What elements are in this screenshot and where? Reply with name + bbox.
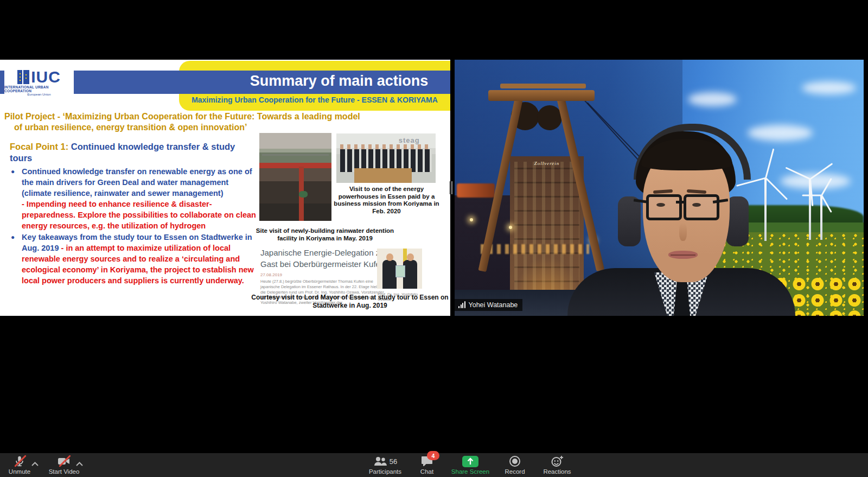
split-drag-handle[interactable] <box>448 180 454 196</box>
bullet-list: Continued knowledge transfer on renewabl… <box>10 166 258 287</box>
pilot-project-heading: Pilot Project - ‘Maximizing Urban Cooper… <box>4 112 449 132</box>
article-date: 27.08.2019 <box>260 272 282 277</box>
slide-title: Summary of main actions <box>233 73 445 92</box>
chat-unread-badge: 4 <box>427 451 439 460</box>
headphone-earcup-left <box>618 196 641 246</box>
video-options-chevron[interactable] <box>76 459 83 468</box>
logo-subtitle-2: European Union <box>27 93 50 96</box>
camera-off-icon <box>58 455 71 468</box>
mouth <box>668 251 698 259</box>
video-tile: Zollverein Yohei Watanabe <box>455 60 864 316</box>
bullet-item-2: Key takeaways from the study tour to Ess… <box>10 232 258 286</box>
photo-wall-logo: steag <box>399 136 420 144</box>
caption-courtesy-visit: Courtesy visit to Lord Mayor of Essen at… <box>247 294 450 310</box>
participants-button[interactable]: 56 Participants <box>358 455 412 475</box>
logo-acronym: IUC <box>31 70 61 84</box>
microphone-muted-icon <box>14 455 25 468</box>
focal-point-label: Focal Point 1: <box>10 142 68 151</box>
slide-subtitle: Maximizing Urban Cooperation for the Fut… <box>179 96 450 104</box>
record-icon <box>509 455 521 468</box>
participant-name: Yohei Watanabe <box>469 301 518 309</box>
chat-icon: 4 <box>421 455 433 468</box>
participant-name-label: Yohei Watanabe <box>455 299 522 311</box>
glasses-lens-left <box>646 194 682 220</box>
photo-site-visit <box>259 133 331 221</box>
bullet1-blue-text: Continued knowledge transfer on renewabl… <box>22 167 252 198</box>
meeting-toolbar: Unmute Start Video 56 Participants <box>0 453 868 477</box>
share-screen-icon <box>462 455 478 468</box>
participants-icon: 56 <box>373 455 397 468</box>
participants-count: 56 <box>390 457 397 466</box>
article-headline: Japanische Energie-Delegation zu Gast be… <box>260 247 395 270</box>
nose <box>679 222 687 241</box>
record-button[interactable]: Record <box>498 455 532 475</box>
buildings-icon <box>17 70 29 84</box>
reactions-icon <box>551 455 564 468</box>
caption-business-mission: Visit to one of the energy powerhouses i… <box>331 186 442 215</box>
pilot-heading-line1: Pilot Project - ‘Maximizing Urban Cooper… <box>4 112 449 122</box>
pilot-heading-line2: of urban resilience, energy transition &… <box>14 123 449 132</box>
bullet-item-1: Continued knowledge transfer on renewabl… <box>10 166 258 231</box>
logo-subtitle-1: INTERNATIONAL URBAN COOPERATION <box>4 85 74 93</box>
audio-level-icon <box>458 302 465 308</box>
iuc-logo: IUC INTERNATIONAL URBAN COOPERATION Euro… <box>4 67 74 99</box>
photo-mayor-visit <box>377 249 422 289</box>
caption-site-visit: Site visit of newly-building rainwater d… <box>254 227 396 242</box>
glasses-bridge <box>676 201 685 203</box>
screen-share-slide: Summary of main actions Maximizing Urban… <box>0 60 450 316</box>
glasses-lens-right <box>684 194 719 220</box>
share-screen-button[interactable]: Share Screen <box>446 455 495 475</box>
chat-button[interactable]: 4 Chat <box>408 455 446 475</box>
bullet1-red-text: - Impending need to enhance resilience &… <box>22 199 258 231</box>
speaker-person <box>455 60 864 316</box>
reactions-button[interactable]: Reactions <box>536 455 578 475</box>
focal-point-heading: Focal Point 1: Continued knowledge trans… <box>10 141 251 164</box>
photo-business-mission: steag <box>336 133 436 183</box>
unmute-options-chevron[interactable] <box>31 459 39 468</box>
